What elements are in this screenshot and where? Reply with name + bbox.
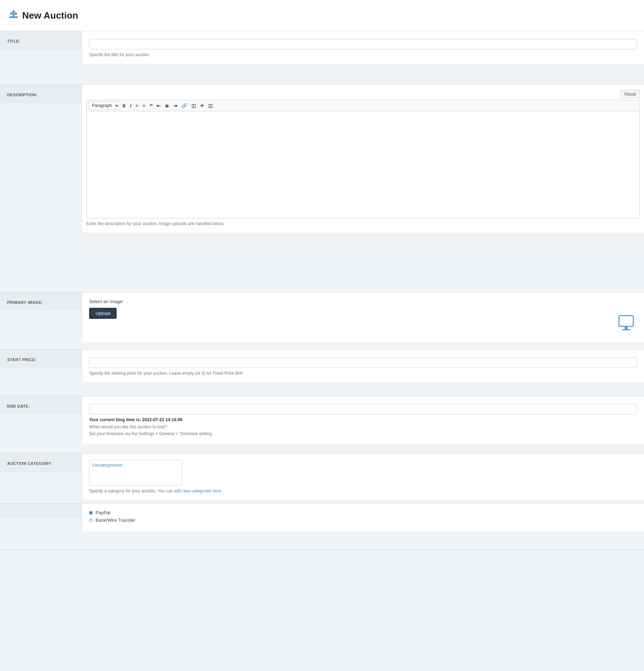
start-price-row: START PRICE: Specify the starting price … [0,350,644,396]
description-editor[interactable] [86,111,640,218]
start-price-help: Specify the starting price for your auct… [89,371,637,376]
payment-method-label [0,504,82,518]
primary-image-label: PRIMARY IMAGE: [0,292,82,311]
svg-rect-2 [10,12,17,15]
end-date-label: END DATE: [0,396,82,415]
auction-category-content: Uncategorised Specify a category for you… [82,453,644,500]
visual-button[interactable]: Visual [620,90,640,98]
unordered-list-button[interactable]: ≡ [134,102,140,109]
end-date-help-1: When would you like this auction to end?… [89,424,637,437]
title-label: TITLE: [0,31,82,50]
align-center-button[interactable]: ≣ [163,102,171,109]
payment-item-paypal: PayPal [89,510,637,515]
title-help: Specify the title for your auction. [89,52,637,57]
editor-toolbar: Paragraph Heading 1 Heading 2 Heading 3 … [86,100,640,111]
payment-method-row: PayPal Bank/Wire Transfer [0,504,644,550]
grid-button[interactable]: ◫ [206,102,214,109]
bank-label: Bank/Wire Transfer [96,517,135,523]
start-price-input[interactable] [89,358,637,368]
end-date-input[interactable] [89,404,637,414]
add-categories-link[interactable]: add new categories here [174,488,221,493]
format-select[interactable]: Paragraph Heading 1 Heading 2 Heading 3 [89,102,120,110]
title-content: Specify the title for your auction. [82,31,644,64]
description-label: DESCRIPTION: [0,85,82,103]
end-date-content: Your current blog time is: 2022-07-22 14… [82,396,644,444]
paypal-label: PayPal [96,510,110,515]
link-button[interactable]: 🔗 [180,102,189,109]
payment-method-content: PayPal Bank/Wire Transfer [82,504,644,531]
paypal-radio-dot [89,511,93,515]
primary-image-row: PRIMARY IMAGE: Select an image: Upload [0,292,644,350]
page-title: New Auction [22,10,78,21]
align-left-button[interactable]: ⇤ [155,102,162,109]
table-button[interactable]: ◫ [190,102,197,109]
svg-rect-4 [625,326,628,329]
auction-icon [9,9,19,21]
category-help: Specify a category for your auction. You… [89,488,637,493]
italic-button[interactable]: I [128,102,133,109]
primary-image-content: Select an image: Upload [82,292,644,342]
auction-category-row: AUCTION CATEGORY: Uncategorised Specify … [0,453,644,504]
ordered-list-button[interactable]: ≡ [141,102,147,109]
fullscreen-button[interactable]: ✛ [198,102,206,109]
title-row: TITLE: Specify the title for your auctio… [0,31,644,85]
bank-radio-dot [89,519,93,522]
description-help: Enter the description for your auction. … [86,221,640,226]
start-price-content: Specify the starting price for your auct… [82,350,644,382]
main-layout: TITLE: Specify the title for your auctio… [0,31,644,671]
blog-time: Your current blog time is: 2022-07-22 14… [89,417,637,422]
align-right-button[interactable]: ⇥ [171,102,179,109]
description-content: Visual Paragraph Heading 1 Heading 2 Hea… [82,85,644,233]
svg-rect-3 [619,316,633,326]
payment-item-bank: Bank/Wire Transfer [89,517,637,523]
description-row: DESCRIPTION: Visual Paragraph Heading 1 … [0,85,644,292]
auction-category-label: AUCTION CATEGORY: [0,453,82,472]
end-date-row: END DATE: Your current blog time is: 202… [0,396,644,453]
payment-list: PayPal Bank/Wire Transfer [89,510,637,523]
start-price-label: START PRICE: [0,350,82,368]
svg-rect-5 [622,329,630,330]
blockquote-button[interactable]: ❛❛ [148,102,154,109]
bold-button[interactable]: B [121,102,127,109]
monitor-icon [618,315,637,335]
page-header: New Auction [0,0,644,31]
upload-button[interactable]: Upload [89,308,117,319]
category-select[interactable]: Uncategorised [89,460,182,486]
title-input[interactable] [89,39,637,49]
select-image-label: Select an image: [89,299,637,304]
